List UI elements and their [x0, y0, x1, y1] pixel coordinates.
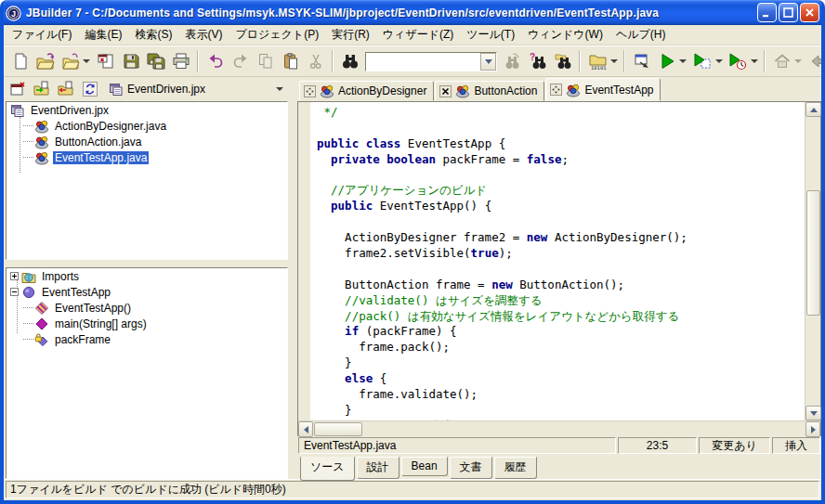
horizontal-scroll-thumb[interactable]	[314, 422, 362, 436]
maximize-button[interactable]	[779, 3, 798, 22]
toolbar-separator	[197, 50, 199, 72]
scroll-down-icon[interactable]	[805, 406, 821, 420]
toolbar-separator	[332, 50, 334, 72]
tab-float-icon[interactable]	[550, 84, 562, 96]
horizontal-splitter[interactable]	[4, 260, 290, 267]
search-input[interactable]	[366, 54, 480, 70]
make-project-caret-icon[interactable]	[610, 59, 618, 63]
find-in-path-icon	[554, 52, 572, 71]
structure-tree-item-packframe-field[interactable]: packFrame	[7, 331, 287, 347]
editor-tab-buttonaction[interactable]: ButtonAction	[435, 81, 544, 101]
find-in-path-button[interactable]	[550, 49, 575, 74]
view-tab-bar: ソース設計Bean文書履歴	[297, 455, 821, 479]
menu-run[interactable]: 実行(R)	[325, 24, 376, 45]
search-combo-caret-icon[interactable]	[480, 53, 496, 71]
debug-project-caret-icon[interactable]	[715, 59, 723, 63]
print-button[interactable]	[168, 49, 193, 74]
run-project-caret-icon[interactable]	[679, 59, 687, 63]
menu-window[interactable]: ウィンドウ(W)	[521, 24, 609, 45]
structure-tree-label: packFrame	[53, 333, 112, 346]
scroll-right-icon[interactable]	[805, 421, 820, 437]
class-icon	[21, 285, 36, 300]
save-all-icon	[146, 52, 166, 71]
save-all-button[interactable]	[143, 49, 168, 74]
add-files-button[interactable]	[31, 79, 53, 99]
close-project-button[interactable]	[7, 79, 29, 99]
structure-tree-item-constructor[interactable]: EventTestApp()	[7, 300, 287, 316]
paste-button[interactable]	[278, 49, 303, 74]
project-tree-item-eventtestapp-java[interactable]: EventTestApp.java	[7, 149, 287, 165]
menu-view[interactable]: 表示(V)	[178, 24, 229, 45]
menu-search[interactable]: 検索(S)	[128, 24, 178, 45]
project-selector[interactable]: EventDriven.jpx	[109, 82, 287, 97]
menu-edit[interactable]: 編集(E)	[78, 24, 128, 45]
tab-close-icon[interactable]	[439, 85, 452, 97]
project-tree-item-buttonaction-java[interactable]: ButtonAction.java	[7, 134, 287, 149]
project-selector-caret-icon[interactable]	[276, 87, 283, 91]
open-recent-button[interactable]	[58, 49, 93, 74]
structure-tree-item-eventtestapp-class[interactable]: EventTestApp	[7, 284, 287, 300]
structure-tree-panel: ImportsEventTestAppEventTestApp()main(St…	[6, 267, 288, 479]
vertical-splitter[interactable]	[290, 77, 297, 479]
field-lock-icon	[34, 332, 49, 347]
collapse-icon[interactable]	[10, 288, 19, 296]
view-tab-doc[interactable]: 文書	[450, 457, 492, 479]
home-caret-icon[interactable]	[794, 59, 802, 63]
menu-file[interactable]: ファイル(F)	[6, 24, 78, 45]
vertical-scroll-thumb[interactable]	[806, 190, 820, 316]
menu-help[interactable]: ヘルプ(H)	[609, 24, 673, 45]
run-project-button[interactable]	[654, 49, 689, 74]
profile-project-caret-icon[interactable]	[751, 59, 758, 63]
code-line: public class EventTestApp {	[317, 136, 805, 152]
main-toolbar: ?10101?	[4, 45, 821, 77]
tree-connector	[23, 307, 33, 308]
expand-icon[interactable]	[10, 272, 19, 280]
java-file-icon	[34, 119, 49, 134]
debug-project-button[interactable]	[689, 49, 725, 74]
structure-tree-item-main-method[interactable]: main(String[] args)	[7, 316, 287, 331]
open-file-button[interactable]	[33, 49, 58, 74]
horizontal-scrollbar[interactable]	[298, 420, 820, 436]
menu-project[interactable]: プロジェクト(P)	[229, 24, 325, 45]
run-project-icon	[658, 52, 676, 71]
tab-float-icon[interactable]	[304, 85, 316, 97]
make-project-button[interactable]: 10101	[584, 49, 620, 74]
view-tab-source[interactable]: ソース	[300, 457, 355, 481]
search-combo[interactable]	[365, 52, 497, 71]
editor-tab-actionbydesigner[interactable]: ActionByDesigner	[299, 81, 434, 101]
find-help-button[interactable]: ?	[525, 49, 550, 74]
project-toolbar: EventDriven.jpx	[4, 77, 290, 101]
save-file-button[interactable]	[118, 49, 143, 74]
view-tab-history[interactable]: 履歴	[494, 457, 537, 479]
scroll-left-icon[interactable]	[298, 421, 313, 437]
copy-icon	[256, 52, 275, 71]
remove-files-button[interactable]	[55, 79, 77, 99]
code-text[interactable]: */ public class EventTestApp { private b…	[310, 102, 805, 420]
close-button[interactable]	[800, 3, 819, 22]
view-tab-design[interactable]: 設計	[357, 457, 399, 479]
rebuild-button[interactable]	[629, 49, 654, 74]
svg-text:10101: 10101	[591, 65, 607, 71]
open-file-icon	[35, 52, 56, 71]
profile-project-button[interactable]	[725, 49, 760, 74]
code-editor[interactable]: */ public class EventTestApp { private b…	[298, 102, 805, 420]
structure-tree-item-imports[interactable]: Imports	[7, 268, 287, 284]
java-file-icon	[34, 150, 49, 165]
menu-wizard[interactable]: ウィザード(Z)	[376, 24, 460, 45]
undo-button[interactable]	[203, 49, 228, 74]
java-file-icon	[320, 84, 334, 98]
menu-tools[interactable]: ツール(T)	[460, 24, 521, 45]
scroll-up-icon[interactable]	[805, 102, 821, 117]
refresh-project-button[interactable]	[79, 79, 101, 99]
project-tree-item-eventdriven-jpx[interactable]: EventDriven.jpx	[7, 102, 287, 118]
imports-icon	[21, 269, 36, 284]
close-file-button[interactable]	[93, 49, 118, 74]
project-tree-item-actionbydesigner-java[interactable]: ActionByDesigner.java	[7, 118, 287, 134]
open-recent-caret-icon[interactable]	[83, 59, 90, 63]
find-button[interactable]	[337, 49, 362, 74]
new-file-button[interactable]	[7, 49, 33, 74]
editor-tab-eventtestapp[interactable]: EventTestApp	[545, 78, 661, 101]
view-tab-bean[interactable]: Bean	[401, 457, 448, 476]
minimize-button[interactable]	[757, 3, 777, 22]
vertical-scrollbar[interactable]	[805, 102, 820, 420]
